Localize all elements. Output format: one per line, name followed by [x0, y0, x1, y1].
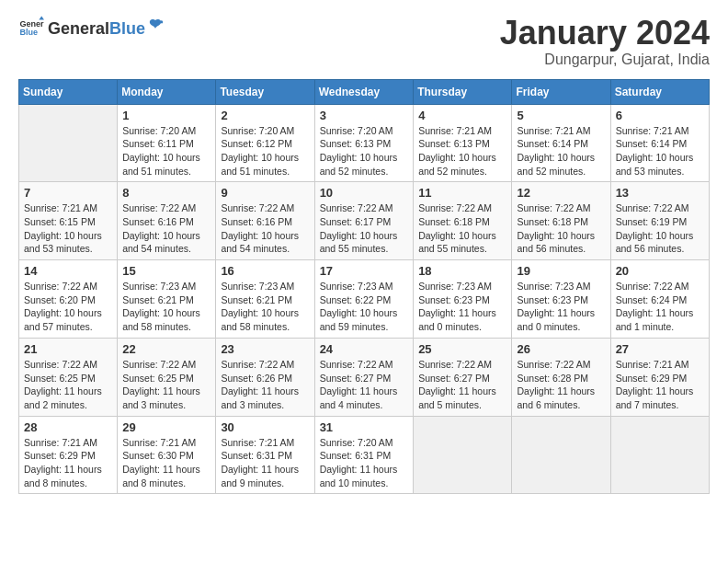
day-number: 1: [122, 109, 210, 122]
day-number: 29: [122, 420, 210, 434]
day-number: 17: [320, 264, 409, 278]
logo-general-text: General: [48, 19, 109, 39]
calendar-cell: 26Sunrise: 7:22 AM Sunset: 6:28 PM Dayli…: [512, 338, 610, 416]
day-number: 6: [616, 109, 704, 122]
day-number: 20: [616, 264, 704, 278]
calendar-cell: 3Sunrise: 7:20 AM Sunset: 6:13 PM Daylig…: [314, 104, 414, 182]
day-info: Sunrise: 7:22 AM Sunset: 6:16 PM Dayligh…: [221, 201, 309, 256]
calendar-table: SundayMondayTuesdayWednesdayThursdayFrid…: [18, 79, 710, 495]
day-number: 28: [24, 420, 112, 434]
calendar-header-monday: Monday: [118, 79, 216, 104]
calendar-week-2: 7Sunrise: 7:21 AM Sunset: 6:15 PM Daylig…: [19, 182, 710, 260]
day-number: 30: [221, 420, 309, 434]
day-number: 18: [418, 264, 506, 278]
day-number: 16: [221, 264, 309, 278]
day-info: Sunrise: 7:23 AM Sunset: 6:21 PM Dayligh…: [122, 280, 210, 334]
day-number: 26: [517, 342, 605, 356]
calendar-cell: 24Sunrise: 7:22 AM Sunset: 6:27 PM Dayli…: [314, 338, 414, 416]
calendar-cell: [19, 104, 118, 182]
calendar-cell: 16Sunrise: 7:23 AM Sunset: 6:21 PM Dayli…: [216, 260, 314, 339]
day-info: Sunrise: 7:21 AM Sunset: 6:13 PM Dayligh…: [418, 124, 506, 178]
calendar-cell: 10Sunrise: 7:22 AM Sunset: 6:17 PM Dayli…: [314, 182, 414, 260]
page-title: January 2024: [500, 15, 710, 52]
calendar-week-4: 21Sunrise: 7:22 AM Sunset: 6:25 PM Dayli…: [19, 338, 710, 416]
day-number: 15: [122, 264, 210, 278]
day-info: Sunrise: 7:22 AM Sunset: 6:17 PM Dayligh…: [320, 201, 409, 256]
calendar-cell: 30Sunrise: 7:21 AM Sunset: 6:31 PM Dayli…: [216, 416, 314, 494]
calendar-header-wednesday: Wednesday: [314, 79, 414, 104]
day-info: Sunrise: 7:21 AM Sunset: 6:29 PM Dayligh…: [24, 436, 112, 490]
calendar-cell: 25Sunrise: 7:22 AM Sunset: 6:27 PM Dayli…: [414, 338, 512, 416]
calendar-cell: 11Sunrise: 7:22 AM Sunset: 6:18 PM Dayli…: [414, 182, 512, 260]
calendar-cell: 13Sunrise: 7:22 AM Sunset: 6:19 PM Dayli…: [610, 182, 709, 260]
day-number: 7: [24, 186, 112, 200]
day-info: Sunrise: 7:23 AM Sunset: 6:21 PM Dayligh…: [221, 280, 309, 334]
calendar-cell: 2Sunrise: 7:20 AM Sunset: 6:12 PM Daylig…: [216, 104, 314, 182]
calendar-cell: 23Sunrise: 7:22 AM Sunset: 6:26 PM Dayli…: [216, 338, 314, 416]
day-info: Sunrise: 7:20 AM Sunset: 6:31 PM Dayligh…: [320, 436, 409, 490]
day-info: Sunrise: 7:22 AM Sunset: 6:19 PM Dayligh…: [616, 201, 704, 256]
calendar-cell: 21Sunrise: 7:22 AM Sunset: 6:25 PM Dayli…: [19, 338, 118, 416]
calendar-header-thursday: Thursday: [414, 79, 512, 104]
day-info: Sunrise: 7:20 AM Sunset: 6:12 PM Dayligh…: [221, 124, 309, 178]
calendar-cell: 31Sunrise: 7:20 AM Sunset: 6:31 PM Dayli…: [314, 416, 414, 494]
calendar-header-tuesday: Tuesday: [216, 79, 314, 104]
day-info: Sunrise: 7:21 AM Sunset: 6:30 PM Dayligh…: [122, 436, 210, 490]
day-number: 12: [517, 186, 605, 200]
day-info: Sunrise: 7:22 AM Sunset: 6:18 PM Dayligh…: [418, 201, 506, 256]
day-info: Sunrise: 7:22 AM Sunset: 6:27 PM Dayligh…: [320, 358, 409, 412]
day-number: 31: [320, 420, 409, 434]
day-number: 10: [320, 186, 409, 200]
logo-icon: General Blue: [18, 15, 44, 40]
day-info: Sunrise: 7:22 AM Sunset: 6:24 PM Dayligh…: [616, 280, 704, 334]
day-info: Sunrise: 7:23 AM Sunset: 6:23 PM Dayligh…: [418, 280, 506, 334]
calendar-cell: 9Sunrise: 7:22 AM Sunset: 6:16 PM Daylig…: [216, 182, 314, 260]
calendar-week-5: 28Sunrise: 7:21 AM Sunset: 6:29 PM Dayli…: [19, 416, 710, 494]
calendar-cell: 29Sunrise: 7:21 AM Sunset: 6:30 PM Dayli…: [118, 416, 216, 494]
calendar-cell: [610, 416, 709, 494]
calendar-cell: 17Sunrise: 7:23 AM Sunset: 6:22 PM Dayli…: [314, 260, 414, 339]
calendar-cell: 12Sunrise: 7:22 AM Sunset: 6:18 PM Dayli…: [512, 182, 610, 260]
day-info: Sunrise: 7:21 AM Sunset: 6:14 PM Dayligh…: [517, 124, 605, 178]
calendar-cell: 6Sunrise: 7:21 AM Sunset: 6:14 PM Daylig…: [610, 104, 709, 182]
logo-blue-text: Blue: [109, 19, 145, 39]
day-number: 4: [418, 109, 506, 122]
day-info: Sunrise: 7:22 AM Sunset: 6:16 PM Dayligh…: [122, 201, 210, 256]
day-info: Sunrise: 7:22 AM Sunset: 6:25 PM Dayligh…: [122, 358, 210, 412]
calendar-body: 1Sunrise: 7:20 AM Sunset: 6:11 PM Daylig…: [19, 104, 710, 494]
svg-text:General: General: [19, 19, 44, 29]
day-number: 23: [221, 342, 309, 356]
day-info: Sunrise: 7:22 AM Sunset: 6:28 PM Dayligh…: [517, 358, 605, 412]
calendar-cell: 7Sunrise: 7:21 AM Sunset: 6:15 PM Daylig…: [19, 182, 118, 260]
calendar-header-saturday: Saturday: [610, 79, 709, 104]
calendar-cell: 15Sunrise: 7:23 AM Sunset: 6:21 PM Dayli…: [118, 260, 216, 339]
logo: General Blue General Blue: [18, 15, 164, 40]
calendar-cell: 28Sunrise: 7:21 AM Sunset: 6:29 PM Dayli…: [19, 416, 118, 494]
calendar-cell: 5Sunrise: 7:21 AM Sunset: 6:14 PM Daylig…: [512, 104, 610, 182]
title-area: January 2024 Dungarpur, Gujarat, India: [500, 15, 710, 68]
day-number: 25: [418, 342, 506, 356]
day-number: 2: [221, 109, 309, 122]
day-number: 22: [122, 342, 210, 356]
page-header: General Blue General Blue January 2024 D…: [18, 15, 710, 68]
day-info: Sunrise: 7:22 AM Sunset: 6:26 PM Dayligh…: [221, 358, 309, 412]
day-info: Sunrise: 7:21 AM Sunset: 6:31 PM Dayligh…: [221, 436, 309, 490]
day-info: Sunrise: 7:21 AM Sunset: 6:14 PM Dayligh…: [616, 124, 704, 178]
calendar-week-1: 1Sunrise: 7:20 AM Sunset: 6:11 PM Daylig…: [19, 104, 710, 182]
day-number: 27: [616, 342, 704, 356]
calendar-header-friday: Friday: [512, 79, 610, 104]
calendar-cell: 22Sunrise: 7:22 AM Sunset: 6:25 PM Dayli…: [118, 338, 216, 416]
logo-bird-icon: [147, 17, 164, 34]
svg-text:Blue: Blue: [19, 28, 38, 37]
day-info: Sunrise: 7:23 AM Sunset: 6:22 PM Dayligh…: [320, 280, 409, 334]
day-number: 21: [24, 342, 112, 356]
day-number: 14: [24, 264, 112, 278]
calendar-cell: 19Sunrise: 7:23 AM Sunset: 6:23 PM Dayli…: [512, 260, 610, 339]
calendar-week-3: 14Sunrise: 7:22 AM Sunset: 6:20 PM Dayli…: [19, 260, 710, 339]
calendar-cell: 1Sunrise: 7:20 AM Sunset: 6:11 PM Daylig…: [118, 104, 216, 182]
calendar-header-row: SundayMondayTuesdayWednesdayThursdayFrid…: [19, 79, 710, 104]
day-number: 24: [320, 342, 409, 356]
day-info: Sunrise: 7:21 AM Sunset: 6:29 PM Dayligh…: [616, 358, 704, 412]
day-info: Sunrise: 7:20 AM Sunset: 6:11 PM Dayligh…: [122, 124, 210, 178]
calendar-cell: 4Sunrise: 7:21 AM Sunset: 6:13 PM Daylig…: [414, 104, 512, 182]
